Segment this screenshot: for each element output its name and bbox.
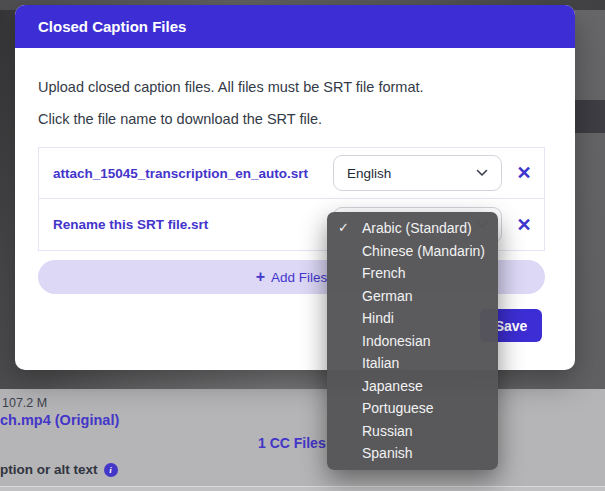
dropdown-option-label: Italian [362, 355, 399, 371]
info-icon[interactable]: i [104, 463, 118, 477]
original-file-link[interactable]: ch.mp4 (Original) [0, 412, 119, 428]
file-download-link[interactable]: Rename this SRT file.srt [53, 217, 333, 232]
instruction-download: Click the file name to download the SRT … [38, 110, 545, 129]
close-icon[interactable]: ✕ [514, 164, 534, 182]
dropdown-option-indonesian[interactable]: Indonesian [327, 330, 498, 353]
dropdown-option-label: Japanese [362, 378, 423, 394]
video-frame-dark-patch [571, 100, 605, 133]
chevron-down-icon [476, 169, 488, 177]
instruction-format: Upload closed caption files. All files m… [38, 78, 545, 97]
dropdown-option-label: French [362, 265, 406, 281]
plus-icon: + [256, 269, 265, 285]
dropdown-option-italian[interactable]: Italian [327, 352, 498, 375]
dropdown-option-label: Hindi [362, 310, 394, 326]
modal-header: Closed Caption Files [15, 5, 575, 48]
modal-title: Closed Caption Files [38, 18, 186, 35]
dropdown-option-hindi[interactable]: Hindi [327, 307, 498, 330]
language-dropdown-menu: ✓ Arabic (Standard) Chinese (Mandarin) F… [327, 212, 498, 470]
dropdown-option-portuguese[interactable]: Portuguese [327, 397, 498, 420]
dropdown-option-label: Russian [362, 423, 413, 439]
dropdown-option-label: Arabic (Standard) [362, 220, 472, 236]
dropdown-option-label: German [362, 288, 413, 304]
dropdown-option-label: Indonesian [362, 333, 431, 349]
dropdown-option-japanese[interactable]: Japanese [327, 375, 498, 398]
dropdown-option-label: Chinese (Mandarin) [362, 243, 485, 259]
caption-or-alt-text-label: ption or alt text i [0, 462, 118, 477]
dropdown-option-german[interactable]: German [327, 285, 498, 308]
caption-label-text: ption or alt text [0, 462, 98, 477]
cc-files-link[interactable]: 1 CC Files [258, 435, 326, 451]
dropdown-option-spanish[interactable]: Spanish [327, 442, 498, 465]
dropdown-option-chinese[interactable]: Chinese (Mandarin) [327, 240, 498, 263]
dropdown-option-russian[interactable]: Russian [327, 420, 498, 443]
file-size-text: 107.2 M [2, 396, 47, 410]
language-select[interactable]: English [333, 155, 502, 191]
dropdown-option-label: Spanish [362, 445, 413, 461]
check-icon: ✓ [338, 217, 349, 240]
dropdown-option-french[interactable]: French [327, 262, 498, 285]
panel-divider-shade [0, 487, 605, 491]
file-download-link[interactable]: attach_15045_transcription_en_auto.srt [53, 166, 333, 181]
cc-file-row: attach_15045_transcription_en_auto.srt E… [38, 147, 545, 199]
add-files-label: Add Files [271, 270, 327, 285]
dropdown-option-label: Portuguese [362, 400, 434, 416]
language-select-value: English [347, 166, 391, 181]
close-icon[interactable]: ✕ [514, 216, 534, 234]
dropdown-option-arabic[interactable]: ✓ Arabic (Standard) [327, 217, 498, 240]
